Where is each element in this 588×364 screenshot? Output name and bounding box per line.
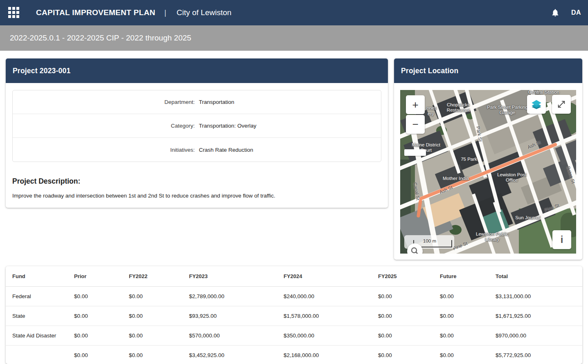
detail-value: Transportation <box>199 99 381 105</box>
title-separator: | <box>164 8 167 17</box>
layers-diamond-icon <box>531 99 542 110</box>
cell: $0.00 <box>372 306 433 326</box>
info-icon: i <box>561 234 563 245</box>
location-card: Project Location <box>394 58 582 260</box>
map-poi-label: ones <box>425 106 439 111</box>
detail-label: Department: <box>13 99 195 105</box>
cell: $0.00 <box>122 326 182 345</box>
breadcrumb: 2022-2025.0.1 - 2022-2025 CIP - 2022 thr… <box>10 34 191 43</box>
cell: $970,000.00 <box>489 326 582 345</box>
cell: $0.00 <box>122 345 182 364</box>
location-card-header: Project Location <box>394 58 582 83</box>
column-header: FY2025 <box>372 266 433 286</box>
cell: $0.00 <box>68 326 122 345</box>
map-canvas[interactable]: Central Station Chopsticks Restaurant Pa… <box>400 90 576 254</box>
project-details-box: Department: Transportation Category: Tra… <box>12 90 381 162</box>
detail-label: Initiatives: <box>13 147 195 153</box>
detail-row-initiatives: Initiatives: Crash Rate Reduction <box>13 138 381 162</box>
cell: $570,000.00 <box>182 326 277 345</box>
plus-icon: + <box>412 99 418 110</box>
bell-icon[interactable] <box>551 8 560 17</box>
project-description-text: Improve the roadway and intersection bet… <box>12 193 275 199</box>
minus-icon: − <box>412 119 418 130</box>
zoom-in-button[interactable]: + <box>406 95 425 114</box>
column-header: FY2022 <box>122 266 182 286</box>
cell: $2,168,000.00 <box>277 345 372 364</box>
funding-table: Fund Prior FY2022 FY2023 FY2024 FY2025 F… <box>6 266 582 364</box>
column-header: Total <box>489 266 582 286</box>
cell: $3,131,000.00 <box>489 286 582 306</box>
map-poi-label: Sun Journal <box>511 215 544 220</box>
cell: $1,671,925.00 <box>489 306 582 326</box>
map-poi-label: Lewiston Public Library <box>472 231 513 242</box>
detail-value: Transportation: Overlay <box>199 123 381 129</box>
detail-value: Crash Rate Reduction <box>199 147 381 153</box>
cell: $0.00 <box>68 306 122 326</box>
cell: $2,789,000.00 <box>182 286 277 306</box>
layers-button[interactable] <box>527 95 546 114</box>
project-card-header: Project 2023-001 <box>6 58 388 83</box>
cell: $0.00 <box>122 306 182 326</box>
zoom-out-button[interactable]: − <box>406 115 425 134</box>
cell: $350,000.00 <box>277 326 372 345</box>
detail-row-department: Department: Transportation <box>13 90 381 114</box>
map-poi-label: Chopsticks Restaurant <box>442 102 475 113</box>
column-header: FY2023 <box>182 266 277 286</box>
map-poi-label: Central Station <box>525 90 562 95</box>
cell: $0.00 <box>68 286 122 306</box>
map-poi-label: ery <box>425 111 437 117</box>
magnifier-icon <box>410 246 420 254</box>
top-navbar: CAPITAL IMPROVEMENT PLAN | City of Lewis… <box>0 0 588 25</box>
cell: $0.00 <box>433 306 489 326</box>
map-street-label: Park St <box>475 126 483 142</box>
table-total-row: $0.00 $0.00 $3,452,925.00 $2,168,000.00 … <box>6 345 582 364</box>
cell: $0.00 <box>433 326 489 345</box>
breadcrumb-bar: 2022-2025.0.1 - 2022-2025 CIP - 2022 thr… <box>0 25 588 51</box>
scale-label: 100 m <box>423 238 436 243</box>
map-info-button[interactable]: i <box>552 230 571 249</box>
funding-table-card: Fund Prior FY2022 FY2023 FY2024 FY2025 F… <box>6 266 582 364</box>
map-poi-label: 75 Park <box>457 157 480 162</box>
cell: $0.00 <box>372 326 433 345</box>
cell: $0.00 <box>68 345 122 364</box>
project-title: Project 2023-001 <box>13 67 70 75</box>
table-row: State Aid Disaster $0.00 $0.00 $570,000.… <box>6 326 582 345</box>
fund-name-cell: State Aid Disaster <box>6 326 68 345</box>
project-card: Project 2023-001 Department: Transportat… <box>6 58 388 208</box>
cell: $0.00 <box>433 286 489 306</box>
fund-name-cell: Federal <box>6 286 68 306</box>
column-header: FY2024 <box>277 266 372 286</box>
map-poi-label: Mother India <box>439 176 472 181</box>
cell: $240,000.00 <box>277 286 372 306</box>
cell: $93,925.00 <box>182 306 277 326</box>
map-poi-label: Park Street Parking Garage <box>487 105 528 115</box>
cell: $3,452,925.00 <box>182 345 277 364</box>
detail-row-category: Category: Transportation: Overlay <box>13 114 381 138</box>
column-header: Future <box>433 266 489 286</box>
table-row: Federal $0.00 $0.00 $2,789,000.00 $240,0… <box>6 286 582 306</box>
apps-grid-icon[interactable] <box>8 7 20 18</box>
project-description-heading: Project Description: <box>12 177 80 186</box>
cell: $0.00 <box>372 345 433 364</box>
fund-name-cell: State <box>6 306 68 326</box>
expand-button[interactable] <box>552 95 571 114</box>
column-header: Prior <box>68 266 122 286</box>
fund-name-cell <box>6 345 68 364</box>
organization-name: City of Lewiston <box>176 8 231 17</box>
cell: $1,578,000.00 <box>277 306 372 326</box>
table-header-row: Fund Prior FY2022 FY2023 FY2024 FY2025 F… <box>6 266 582 286</box>
geocoder-collapsed-bar[interactable] <box>404 149 426 156</box>
app-title: CAPITAL IMPROVEMENT PLAN <box>36 8 155 17</box>
map-poi-label: Lewiston Post Office <box>496 172 528 183</box>
column-header: Fund <box>6 266 68 286</box>
cell: $0.00 <box>372 286 433 306</box>
table-row: State $0.00 $0.00 $93,925.00 $1,578,000.… <box>6 306 582 326</box>
cell: $0.00 <box>122 286 182 306</box>
cell: $5,772,925.00 <box>489 345 582 364</box>
diagonal-arrows-icon <box>557 100 566 109</box>
location-title: Project Location <box>401 67 458 75</box>
cell: $0.00 <box>433 345 489 364</box>
user-avatar[interactable]: DA <box>571 9 581 16</box>
detail-label: Category: <box>13 123 195 129</box>
